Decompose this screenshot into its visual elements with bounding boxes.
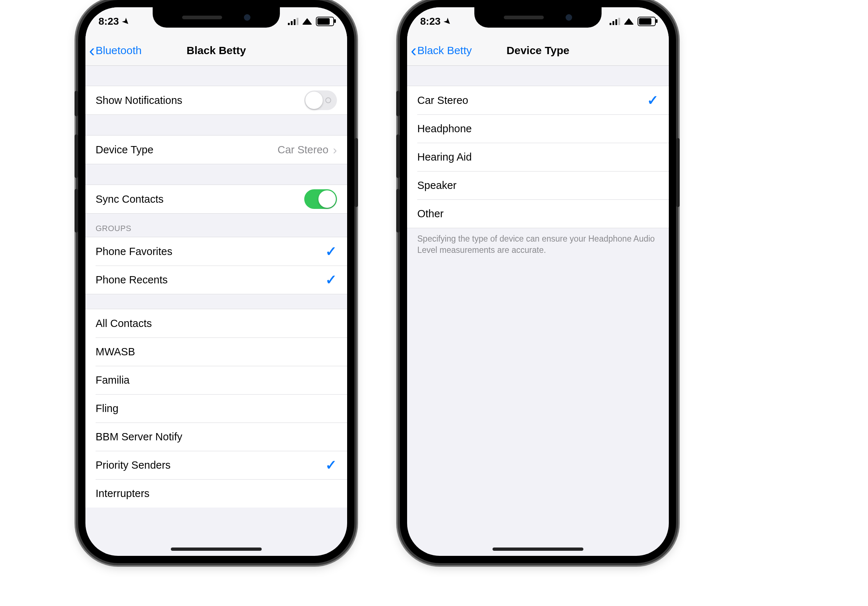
group-row-label: Interrupters [96, 488, 337, 499]
group-row[interactable]: Phone Favorites✓ [85, 237, 347, 266]
content-right: Car Stereo✓HeadphoneHearing AidSpeakerOt… [407, 65, 669, 556]
group-row-label: Familia [96, 374, 337, 386]
device-type-value: Car Stereo [277, 144, 328, 156]
device-type-option[interactable]: Other [407, 199, 669, 228]
back-label: Bluetooth [96, 44, 142, 57]
device-type-option[interactable]: Speaker [407, 171, 669, 199]
chevron-left-icon: ‹ [89, 45, 95, 56]
row-sync-contacts[interactable]: Sync Contacts [85, 185, 347, 213]
device-type-option[interactable]: Headphone [407, 114, 669, 143]
device-type-option-label: Hearing Aid [417, 151, 659, 163]
phone-left: 8:23 ➤ ‹ Bluetooth Black Betty [78, 0, 354, 563]
group-row[interactable]: All Contacts [85, 309, 347, 337]
wifi-icon [624, 18, 634, 25]
device-type-option[interactable]: Car Stereo✓ [407, 86, 669, 114]
home-indicator[interactable] [171, 547, 262, 551]
device-type-label: Device Type [96, 144, 277, 156]
device-type-option-label: Car Stereo [417, 94, 647, 107]
cellular-icon [288, 18, 298, 25]
sync-contacts-toggle[interactable] [304, 189, 337, 209]
group-row[interactable]: BBM Server Notify [85, 422, 347, 451]
group-row[interactable]: Fling [85, 394, 347, 422]
location-icon: ➤ [121, 16, 131, 26]
show-notifications-label: Show Notifications [96, 94, 304, 107]
cellular-icon [609, 18, 620, 25]
device-type-option[interactable]: Hearing Aid [407, 143, 669, 171]
device-type-option-label: Other [417, 208, 659, 220]
groups-header: GROUPS [85, 213, 347, 237]
group-row-label: Phone Favorites [96, 246, 326, 258]
nav-bar: ‹ Black Betty Device Type [407, 36, 669, 66]
device-type-option-label: Speaker [417, 179, 659, 192]
status-time: 8:23 [99, 15, 119, 27]
chevron-right-icon: › [333, 143, 337, 157]
page-title: Black Betty [186, 44, 246, 57]
notch [153, 7, 280, 28]
screen-left: 8:23 ➤ ‹ Bluetooth Black Betty [85, 7, 347, 556]
content-left: Show Notifications Device Type Car Stere… [85, 65, 347, 556]
chevron-left-icon: ‹ [411, 45, 417, 56]
check-icon: ✓ [326, 272, 337, 288]
location-icon: ➤ [442, 16, 453, 26]
page-title: Device Type [507, 44, 570, 57]
screen-right: 8:23 ➤ ‹ Black Betty Device Type Car [407, 7, 669, 556]
sync-contacts-label: Sync Contacts [96, 193, 304, 205]
row-show-notifications[interactable]: Show Notifications [85, 86, 347, 114]
group-row-label: Phone Recents [96, 274, 326, 286]
battery-icon [637, 17, 656, 26]
group-row[interactable]: Familia [85, 366, 347, 394]
group-row-label: Fling [96, 402, 337, 414]
group-row-label: Priority Senders [96, 459, 326, 471]
back-button[interactable]: ‹ Bluetooth [85, 44, 142, 57]
group-row[interactable]: Phone Recents✓ [85, 266, 347, 294]
device-type-footer: Specifying the type of device can ensure… [407, 228, 669, 256]
row-device-type[interactable]: Device Type Car Stereo › [85, 136, 347, 164]
nav-bar: ‹ Bluetooth Black Betty [85, 36, 347, 66]
group-row-label: MWASB [96, 346, 337, 358]
phone-right: 8:23 ➤ ‹ Black Betty Device Type Car [400, 0, 676, 563]
battery-icon [316, 17, 334, 26]
check-icon: ✓ [647, 92, 659, 108]
wifi-icon [302, 18, 312, 25]
home-indicator[interactable] [493, 547, 583, 551]
group-row[interactable]: Interrupters [85, 479, 347, 507]
group-row[interactable]: MWASB [85, 337, 347, 366]
status-time: 8:23 [420, 15, 440, 27]
back-label: Black Betty [417, 44, 472, 57]
device-type-option-label: Headphone [417, 123, 659, 135]
show-notifications-toggle[interactable] [304, 90, 337, 110]
check-icon: ✓ [326, 457, 337, 473]
notch [474, 7, 601, 28]
group-row-label: BBM Server Notify [96, 431, 337, 443]
group-row[interactable]: Priority Senders✓ [85, 451, 347, 479]
back-button[interactable]: ‹ Black Betty [407, 44, 472, 57]
group-row-label: All Contacts [96, 317, 337, 329]
check-icon: ✓ [326, 243, 337, 260]
